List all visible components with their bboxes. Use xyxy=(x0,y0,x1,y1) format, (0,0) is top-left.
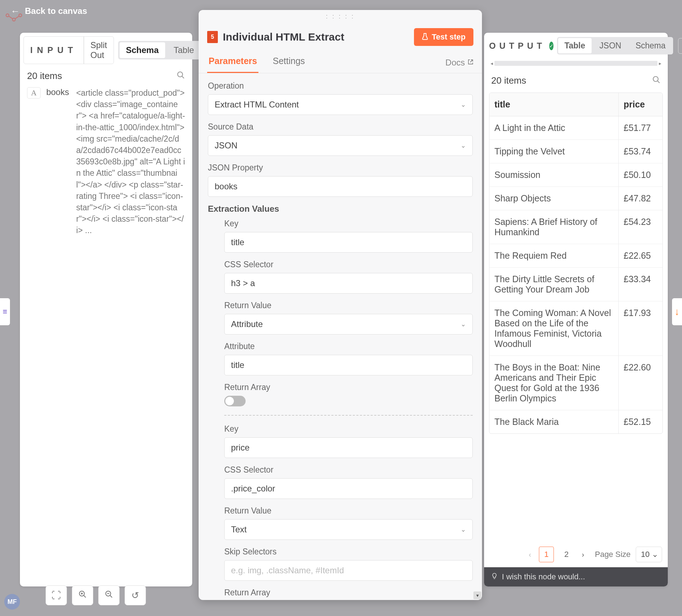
column-header-title[interactable]: title xyxy=(489,93,618,116)
scroll-right-icon[interactable]: ▸ xyxy=(657,60,663,66)
test-step-label: Test step xyxy=(432,32,466,42)
input-attribute-1[interactable] xyxy=(224,355,473,375)
feedback-bar[interactable]: I wish this node would... xyxy=(484,567,668,586)
zoom-out-icon xyxy=(104,590,114,601)
flask-icon xyxy=(422,33,428,42)
zoom-in-button[interactable] xyxy=(72,585,93,605)
pager-next[interactable]: › xyxy=(579,548,587,561)
node-title: Individual HTML Extract xyxy=(223,31,344,43)
tab-table[interactable]: Table xyxy=(167,42,200,58)
output-item-count: 20 items xyxy=(491,75,526,86)
input-key-1[interactable] xyxy=(224,232,473,253)
table-row[interactable]: Tipping the Velvet£53.74 xyxy=(489,140,662,163)
cell-title: A Light in the Attic xyxy=(489,116,618,139)
lightbulb-icon xyxy=(491,573,498,581)
search-icon[interactable] xyxy=(652,75,661,86)
table-row[interactable]: Sharp Objects£47.82 xyxy=(489,187,662,210)
cell-price: £50.10 xyxy=(618,163,662,186)
input-source-node[interactable]: Split Out xyxy=(84,37,114,64)
pager-page-2[interactable]: 2 xyxy=(559,547,574,562)
avatar[interactable]: MF xyxy=(4,594,20,610)
field-name[interactable]: books xyxy=(46,87,69,97)
docs-link[interactable]: Docs xyxy=(445,58,473,68)
label-source-data: Source Data xyxy=(208,122,473,132)
cell-title: Soumission xyxy=(489,163,618,186)
input-item-count: 20 items xyxy=(27,70,62,81)
table-row[interactable]: Sapiens: A Brief History of Humankind£54… xyxy=(489,210,662,244)
page-size-select[interactable]: 10 ⌄ xyxy=(636,547,662,562)
table-row[interactable]: The Black Maria£52.15 xyxy=(489,410,662,433)
output-panel: OUTPUT ✓ Table JSON Schema ✎ ◂ ▸ 20 item… xyxy=(484,33,668,586)
chevron-down-icon: ⌄ xyxy=(461,142,466,149)
input-json-property[interactable] xyxy=(208,176,473,197)
feedback-text: I wish this node would... xyxy=(502,572,585,581)
input-css-1[interactable] xyxy=(224,273,473,294)
side-tab-left[interactable]: ≡ xyxy=(0,298,10,325)
section-extraction-values: Extraction Values xyxy=(208,204,473,214)
node-config-modal: : : : : : Individual HTML Extract Test s… xyxy=(199,10,482,600)
select-operation[interactable]: Extract HTML Content ⌄ xyxy=(208,94,473,115)
output-tab-schema[interactable]: Schema xyxy=(629,38,672,53)
table-row[interactable]: The Boys in the Boat: Nine Americans and… xyxy=(489,356,662,410)
scroll-down-icon[interactable]: ▾ xyxy=(473,591,481,599)
cell-title: Tipping the Velvet xyxy=(489,140,618,163)
output-tab-json[interactable]: JSON xyxy=(593,38,628,53)
table-row[interactable]: A Light in the Attic£51.77 xyxy=(489,116,662,140)
chevron-down-icon: ⌄ xyxy=(461,101,466,109)
pager-prev[interactable]: ‹ xyxy=(526,548,534,561)
toggle-return-array-1[interactable] xyxy=(224,396,246,406)
cell-price: £22.60 xyxy=(618,356,662,410)
cell-price: £54.23 xyxy=(618,210,662,244)
zoom-out-button[interactable] xyxy=(98,585,120,605)
edit-button[interactable]: ✎ xyxy=(678,38,682,54)
back-label: Back to canvas xyxy=(25,6,87,16)
cell-price: £51.77 xyxy=(618,116,662,139)
svg-point-3 xyxy=(178,72,183,77)
select-source-data-value: JSON xyxy=(215,141,237,151)
input-title: INPUT xyxy=(24,42,84,59)
tab-parameters[interactable]: Parameters xyxy=(207,52,258,73)
label-key-1: Key xyxy=(224,219,473,228)
drag-handle-icon[interactable]: : : : : : xyxy=(199,10,482,23)
field-type-chip: A xyxy=(27,87,41,99)
table-row[interactable]: The Dirty Little Secrets of Getting Your… xyxy=(489,268,662,301)
svg-point-7 xyxy=(653,77,658,81)
table-row[interactable]: Soumission£50.10 xyxy=(489,163,662,187)
input-skip-selectors[interactable] xyxy=(224,560,473,581)
side-tab-right[interactable]: ↓ xyxy=(672,298,682,325)
cell-title: The Dirty Little Secrets of Getting Your… xyxy=(489,268,618,301)
label-return-array-1: Return Array xyxy=(224,383,473,392)
cell-price: £33.34 xyxy=(618,268,662,301)
cell-title: The Black Maria xyxy=(489,410,618,433)
select-source-data[interactable]: JSON ⌄ xyxy=(208,135,473,156)
table-row[interactable]: The Requiem Red£22.65 xyxy=(489,244,662,268)
table-row[interactable]: The Coming Woman: A Novel Based on the L… xyxy=(489,301,662,356)
tab-settings[interactable]: Settings xyxy=(271,52,306,73)
label-css-1: CSS Selector xyxy=(224,260,473,269)
external-link-icon xyxy=(468,59,473,67)
chevron-down-icon: ⌄ xyxy=(461,526,466,533)
test-step-button[interactable]: Test step xyxy=(414,28,473,46)
input-key-2[interactable] xyxy=(224,437,473,458)
field-preview-snippet[interactable]: <article class="product_pod"> <div class… xyxy=(76,87,185,236)
select-return-value-1[interactable]: Attribute ⌄ xyxy=(224,314,473,335)
pager-page-1[interactable]: 1 xyxy=(539,547,554,562)
label-return-array-2: Return Array xyxy=(224,588,473,597)
fullscreen-button[interactable]: ⛶ xyxy=(46,585,67,605)
search-icon[interactable] xyxy=(177,71,185,81)
output-horizontal-scrollbar[interactable]: ◂ ▸ xyxy=(489,60,663,67)
svg-line-4 xyxy=(182,76,184,78)
list-icon: ≡ xyxy=(3,307,7,316)
cell-price: £22.65 xyxy=(618,244,662,267)
undo-button[interactable]: ↺ xyxy=(125,585,146,605)
tab-schema[interactable]: Schema xyxy=(120,42,165,58)
scroll-left-icon[interactable]: ◂ xyxy=(489,60,494,66)
cell-price: £52.15 xyxy=(618,410,662,433)
input-css-2[interactable] xyxy=(224,478,473,499)
fullscreen-icon: ⛶ xyxy=(52,590,61,601)
column-header-price[interactable]: price xyxy=(618,93,662,116)
page-size-label: Page Size xyxy=(595,550,630,559)
output-tab-table[interactable]: Table xyxy=(558,38,592,53)
select-return-value-2[interactable]: Text ⌄ xyxy=(224,519,473,540)
label-attribute-1: Attribute xyxy=(224,342,473,351)
